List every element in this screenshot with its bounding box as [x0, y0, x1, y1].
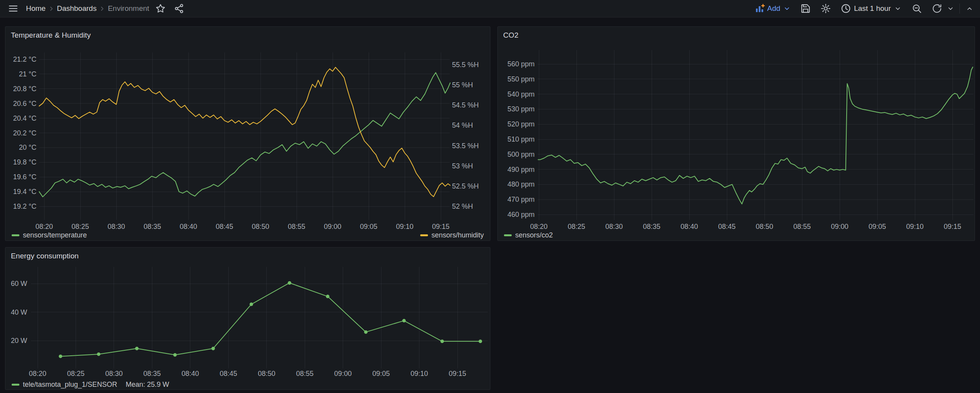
- menu-button[interactable]: [3, 0, 23, 17]
- time-range-label: Last 1 hour: [854, 4, 891, 13]
- svg-text:55 %H: 55 %H: [452, 81, 473, 89]
- svg-text:550 ppm: 550 ppm: [507, 75, 535, 83]
- menu-icon: [8, 3, 19, 14]
- svg-text:19.8 °C: 19.8 °C: [13, 158, 36, 166]
- svg-text:20.8 °C: 20.8 °C: [13, 85, 36, 93]
- legend-mean-value: Mean: 25.9 W: [126, 381, 169, 389]
- svg-text:08:35: 08:35: [143, 223, 161, 230]
- svg-text:08:55: 08:55: [288, 223, 305, 230]
- breadcrumb-chevron-icon: [48, 5, 55, 12]
- settings-gear-icon: [820, 3, 831, 14]
- temperature-humidity-plot[interactable]: 08:2008:2508:3008:3508:4008:4508:5008:55…: [5, 42, 490, 230]
- legend-swatch-green: [12, 234, 19, 236]
- svg-text:08:30: 08:30: [107, 223, 125, 230]
- svg-text:08:40: 08:40: [181, 370, 199, 377]
- nav-divider: [959, 3, 960, 14]
- legend-temperature-humidity: sensors/temperature sensors/humidity: [5, 230, 490, 241]
- svg-text:52 %H: 52 %H: [452, 203, 473, 210]
- add-chart-icon: [755, 3, 765, 14]
- save-dashboard-button[interactable]: [795, 0, 816, 17]
- svg-text:08:50: 08:50: [258, 370, 275, 377]
- refresh-button[interactable]: [927, 0, 944, 17]
- svg-text:09:10: 09:10: [396, 223, 413, 230]
- svg-text:19.6 °C: 19.6 °C: [13, 173, 36, 181]
- panel-header-temperature-humidity[interactable]: Temperature & Humidity: [5, 27, 490, 42]
- breadcrumb: Home Dashboards Environment: [24, 4, 151, 13]
- panel-title: Temperature & Humidity: [11, 31, 91, 40]
- add-button[interactable]: Add: [751, 0, 795, 17]
- panel-header-energy[interactable]: Energy consumption: [5, 248, 490, 263]
- collapse-nav-button[interactable]: [962, 0, 977, 17]
- legend-swatch-green: [504, 234, 512, 236]
- svg-text:500 ppm: 500 ppm: [507, 151, 535, 158]
- svg-text:53.5 %H: 53.5 %H: [452, 142, 479, 150]
- svg-text:08:25: 08:25: [71, 223, 89, 230]
- svg-text:54 %H: 54 %H: [452, 121, 473, 129]
- dashboard-settings-button[interactable]: [816, 0, 836, 17]
- save-icon: [800, 3, 811, 14]
- chevron-down-icon: [894, 4, 902, 13]
- svg-text:08:25: 08:25: [568, 223, 585, 230]
- breadcrumb-dashboards[interactable]: Dashboards: [55, 4, 98, 13]
- legend-item-co2[interactable]: sensors/co2: [504, 231, 553, 239]
- legend-label-co2: sensors/co2: [515, 231, 553, 239]
- breadcrumb-home[interactable]: Home: [24, 4, 48, 13]
- chevron-down-icon: [946, 4, 955, 13]
- svg-text:09:10: 09:10: [411, 370, 428, 377]
- svg-text:08:55: 08:55: [793, 223, 811, 230]
- svg-text:52.5 %H: 52.5 %H: [452, 182, 479, 190]
- share-button[interactable]: [170, 0, 188, 17]
- svg-text:08:45: 08:45: [220, 370, 237, 377]
- svg-text:08:40: 08:40: [179, 223, 197, 230]
- svg-text:20.4 °C: 20.4 °C: [13, 114, 36, 122]
- svg-text:480 ppm: 480 ppm: [507, 180, 535, 188]
- refresh-icon: [932, 3, 942, 14]
- time-range-picker[interactable]: Last 1 hour: [836, 0, 907, 17]
- add-label: Add: [767, 4, 780, 13]
- legend-co2: sensors/co2: [498, 230, 975, 241]
- svg-text:19.2 °C: 19.2 °C: [13, 203, 36, 210]
- svg-text:20.2 °C: 20.2 °C: [13, 129, 36, 137]
- svg-text:09:15: 09:15: [944, 223, 961, 230]
- svg-text:560 ppm: 560 ppm: [507, 60, 535, 68]
- clock-icon: [840, 3, 851, 14]
- legend-label-temperature: sensors/temperature: [23, 231, 87, 239]
- svg-text:09:15: 09:15: [432, 223, 449, 230]
- svg-text:55.5 %H: 55.5 %H: [452, 61, 479, 69]
- svg-text:19.4 °C: 19.4 °C: [13, 188, 36, 196]
- legend-energy: tele/tasmota_plug_1/SENSOR Mean: 25.9 W: [5, 379, 490, 390]
- legend-swatch-yellow: [420, 234, 428, 236]
- svg-text:09:05: 09:05: [360, 223, 377, 230]
- legend-item-temperature[interactable]: sensors/temperature: [12, 231, 87, 239]
- svg-text:60 W: 60 W: [11, 280, 27, 287]
- zoom-out-button[interactable]: [907, 0, 927, 17]
- svg-text:08:20: 08:20: [29, 370, 46, 377]
- svg-text:08:35: 08:35: [143, 370, 161, 377]
- panel-title: CO2: [503, 31, 518, 40]
- svg-text:460 ppm: 460 ppm: [507, 211, 535, 218]
- top-nav: Home Dashboards Environment Add Last 1 h…: [0, 0, 980, 17]
- svg-text:09:00: 09:00: [324, 223, 341, 230]
- favorite-button[interactable]: [151, 0, 170, 17]
- panel-header-co2[interactable]: CO2: [498, 27, 975, 42]
- svg-text:510 ppm: 510 ppm: [507, 135, 535, 143]
- breadcrumb-environment: Environment: [106, 4, 151, 13]
- legend-swatch-green: [12, 384, 19, 386]
- star-icon: [155, 3, 166, 14]
- legend-item-energy[interactable]: tele/tasmota_plug_1/SENSOR: [12, 381, 117, 389]
- svg-text:08:30: 08:30: [105, 370, 122, 377]
- co2-plot[interactable]: 08:2008:2508:3008:3508:4008:4508:5008:55…: [498, 42, 975, 230]
- refresh-interval-dropdown[interactable]: [944, 0, 957, 17]
- svg-text:20 °C: 20 °C: [19, 144, 36, 151]
- svg-text:530 ppm: 530 ppm: [507, 105, 535, 113]
- svg-text:20.6 °C: 20.6 °C: [13, 100, 36, 107]
- chevron-up-icon: [965, 4, 974, 13]
- legend-item-humidity[interactable]: sensors/humidity: [420, 231, 484, 239]
- share-icon: [174, 3, 185, 14]
- legend-label-humidity: sensors/humidity: [431, 231, 484, 239]
- svg-text:09:05: 09:05: [868, 223, 886, 230]
- svg-text:08:50: 08:50: [756, 223, 773, 230]
- energy-plot[interactable]: 08:2008:2508:3008:3508:4008:4508:5008:55…: [5, 263, 490, 379]
- svg-text:09:05: 09:05: [373, 370, 390, 377]
- svg-text:540 ppm: 540 ppm: [507, 90, 535, 98]
